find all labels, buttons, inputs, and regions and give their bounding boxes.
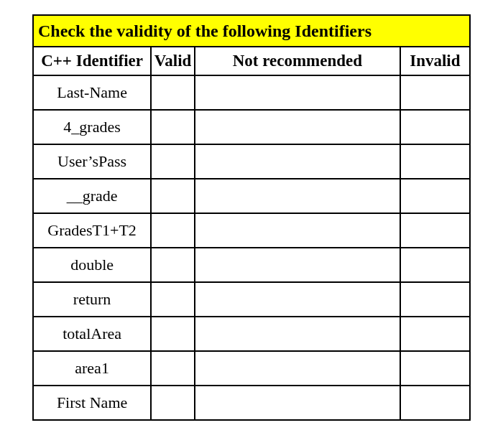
not-recommended-cell xyxy=(195,110,400,144)
not-recommended-cell xyxy=(195,75,400,110)
invalid-cell xyxy=(400,351,470,386)
table-title: Check the validity of the following Iden… xyxy=(33,15,470,47)
valid-cell xyxy=(151,144,195,179)
identifier-cell: First Name xyxy=(33,386,151,420)
valid-cell xyxy=(151,179,195,213)
invalid-cell xyxy=(400,386,470,420)
invalid-cell xyxy=(400,282,470,317)
not-recommended-cell xyxy=(195,386,400,420)
valid-cell xyxy=(151,386,195,420)
invalid-cell xyxy=(400,75,470,110)
identifier-cell: __grade xyxy=(33,179,151,213)
table-row: totalArea xyxy=(33,317,470,351)
valid-cell xyxy=(151,351,195,386)
table-body: Last-Name4_gradesUser’sPass__gradeGrades… xyxy=(33,75,470,420)
valid-cell xyxy=(151,248,195,282)
valid-cell xyxy=(151,282,195,317)
not-recommended-cell xyxy=(195,213,400,248)
not-recommended-cell xyxy=(195,351,400,386)
invalid-cell xyxy=(400,248,470,282)
valid-cell xyxy=(151,213,195,248)
identifier-cell: totalArea xyxy=(33,317,151,351)
invalid-cell xyxy=(400,144,470,179)
not-recommended-cell xyxy=(195,282,400,317)
table-row: return xyxy=(33,282,470,317)
identifier-cell: area1 xyxy=(33,351,151,386)
table-row: 4_grades xyxy=(33,110,470,144)
valid-cell xyxy=(151,75,195,110)
identifier-cell: return xyxy=(33,282,151,317)
valid-cell xyxy=(151,317,195,351)
table-row: GradesT1+T2 xyxy=(33,213,470,248)
identifier-cell: double xyxy=(33,248,151,282)
invalid-cell xyxy=(400,110,470,144)
table-row: User’sPass xyxy=(33,144,470,179)
table-header-row: C++ Identifier Valid Not recommended Inv… xyxy=(33,47,470,75)
header-not-recommended: Not recommended xyxy=(195,47,400,75)
not-recommended-cell xyxy=(195,144,400,179)
table-row: area1 xyxy=(33,351,470,386)
identifier-cell: Last-Name xyxy=(33,75,151,110)
identifier-cell: User’sPass xyxy=(33,144,151,179)
table-row: double xyxy=(33,248,470,282)
identifier-cell: 4_grades xyxy=(33,110,151,144)
not-recommended-cell xyxy=(195,317,400,351)
table-title-row: Check the validity of the following Iden… xyxy=(33,15,470,47)
not-recommended-cell xyxy=(195,179,400,213)
header-identifier: C++ Identifier xyxy=(33,47,151,75)
header-valid: Valid xyxy=(151,47,195,75)
identifier-validity-table: Check the validity of the following Iden… xyxy=(32,14,471,421)
table-row: Last-Name xyxy=(33,75,470,110)
table-row: __grade xyxy=(33,179,470,213)
not-recommended-cell xyxy=(195,248,400,282)
valid-cell xyxy=(151,110,195,144)
header-invalid: Invalid xyxy=(400,47,470,75)
invalid-cell xyxy=(400,213,470,248)
invalid-cell xyxy=(400,317,470,351)
identifier-cell: GradesT1+T2 xyxy=(33,213,151,248)
invalid-cell xyxy=(400,179,470,213)
table-row: First Name xyxy=(33,386,470,420)
